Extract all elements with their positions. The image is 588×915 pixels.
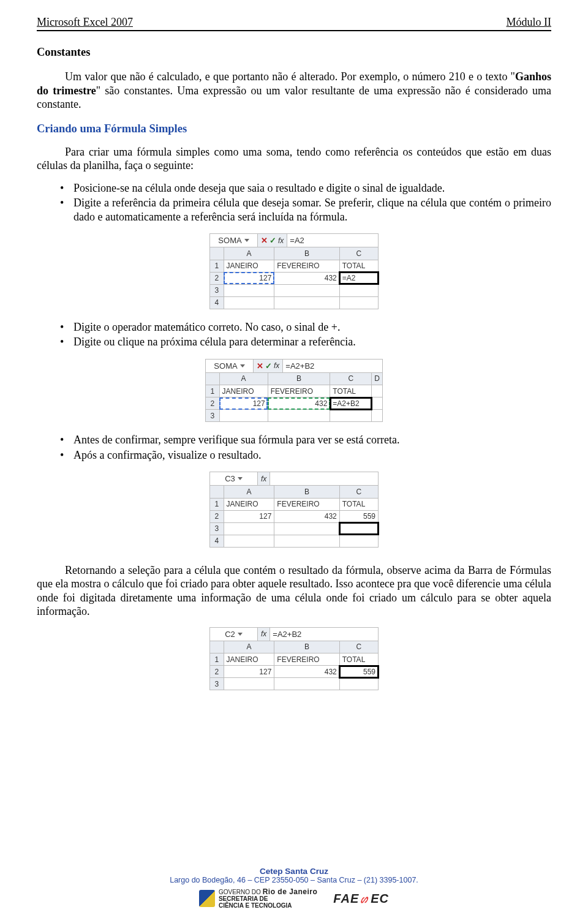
name-box: SOMA <box>206 360 254 372</box>
cell: JANEIRO <box>224 498 274 510</box>
formula-buttons: ✕ ✓ fx <box>258 234 287 247</box>
cell: 559 <box>339 666 378 678</box>
cell: JANEIRO <box>219 385 268 397</box>
dropdown-arrow-icon <box>238 633 243 636</box>
formula-content: =A2+B2 <box>283 360 382 372</box>
row-header: 3 <box>210 284 224 296</box>
cell: 432 <box>274 666 339 678</box>
list-item: Após a confirmação, visualize o resultad… <box>60 448 551 462</box>
corner-cell <box>210 247 224 260</box>
row-header: 2 <box>210 510 224 522</box>
fx-icon: fx <box>278 236 284 245</box>
cell: FEVEREIRO <box>268 385 330 397</box>
cell: TOTAL <box>339 653 378 666</box>
footer-address: Largo do Bodegão, 46 – CEP 23550-050 – S… <box>0 876 588 884</box>
corner-cell <box>210 486 224 498</box>
cancel-icon: ✕ <box>261 236 268 245</box>
cell <box>274 522 339 535</box>
dropdown-arrow-icon <box>238 477 243 480</box>
cell: 127 <box>219 397 268 410</box>
fx-icon: fx <box>274 361 279 370</box>
col-header: B <box>268 373 330 385</box>
crest-icon <box>199 890 215 907</box>
row-header: 1 <box>210 653 224 666</box>
cell: FEVEREIRO <box>274 653 339 666</box>
col-header: C <box>339 247 378 260</box>
cell <box>339 284 378 296</box>
dropdown-arrow-icon <box>240 364 245 367</box>
logo-rio-de-janeiro: GOVERNO DO Rio de Janeiro SECRETARIA DE … <box>199 888 317 909</box>
bullet-list-1: Posicione-se na célula onde deseja que s… <box>37 181 551 224</box>
row-header: 3 <box>210 522 224 535</box>
section2-paragraph-2: Retornando a seleção para a célula que c… <box>37 563 551 619</box>
cell <box>268 410 330 422</box>
row-header: 3 <box>206 410 219 422</box>
cell: 432 <box>274 272 339 284</box>
col-header: A <box>224 641 274 653</box>
section1-paragraph: Um valor que não é calculado, e que port… <box>37 70 551 111</box>
enter-icon: ✓ <box>265 361 272 371</box>
row-header: 1 <box>206 385 219 397</box>
fx-icon: fx <box>261 630 266 638</box>
logo-faetec: FAEᔕEC <box>333 891 389 906</box>
excel-figure-3: C3 fx A B C 1 JANEIRO FEVEREIRO <box>209 472 379 548</box>
cell: FEVEREIRO <box>274 260 339 272</box>
bullet-list-2: Digite o operador matemático correto. No… <box>37 320 551 349</box>
cell: 432 <box>268 397 330 410</box>
col-header: A <box>219 373 268 385</box>
row-header: 3 <box>210 678 224 690</box>
cell <box>274 284 339 296</box>
name-box: C3 <box>210 472 258 485</box>
page-footer: Cetep Santa Cruz Largo do Bodegão, 46 – … <box>0 867 588 909</box>
col-header: C <box>330 373 372 385</box>
row-header: 2 <box>210 666 224 678</box>
cell: TOTAL <box>330 385 372 397</box>
cell: 432 <box>274 510 339 522</box>
formula-content <box>270 472 378 485</box>
formula-buttons: fx <box>258 472 270 485</box>
cell <box>339 296 378 309</box>
col-header: B <box>274 247 339 260</box>
cell <box>224 522 274 535</box>
cell <box>274 678 339 690</box>
col-header: C <box>339 486 378 498</box>
corner-cell <box>210 641 224 653</box>
col-header: C <box>339 641 378 653</box>
cell <box>330 410 372 422</box>
section-title-constantes: Constantes <box>37 46 551 59</box>
formula-buttons: ✕ ✓ fx <box>254 360 283 372</box>
col-header: B <box>274 641 339 653</box>
cell: 127 <box>224 510 274 522</box>
cell <box>224 535 274 547</box>
row-header: 2 <box>210 272 224 284</box>
formula-bar: C3 fx <box>210 472 379 486</box>
fx-icon: fx <box>261 475 266 483</box>
row-header: 4 <box>210 296 224 309</box>
spreadsheet-grid: A B C 1 JANEIRO FEVEREIRO TOTAL 2 127 43… <box>210 641 379 691</box>
formula-bar: C2 fx =A2+B2 <box>210 628 379 641</box>
corner-cell <box>206 373 219 385</box>
cell <box>339 535 378 547</box>
cell: JANEIRO <box>224 260 274 272</box>
cell <box>372 397 383 410</box>
col-header: A <box>224 247 274 260</box>
list-item: Posicione-se na célula onde deseja que s… <box>60 181 551 195</box>
list-item: Digite ou clique na próxima célula para … <box>60 335 551 349</box>
cell <box>339 522 378 535</box>
cell <box>224 284 274 296</box>
formula-buttons: fx <box>258 628 270 641</box>
bullet-list-3: Antes de confirmar, sempre verifique sua… <box>37 433 551 462</box>
cell: =A2+B2 <box>330 397 372 410</box>
name-box: SOMA <box>210 234 258 247</box>
excel-figure-4: C2 fx =A2+B2 A B C 1 JANEIRO FEVEREIRO <box>209 627 379 691</box>
formula-bar: SOMA ✕ ✓ fx =A2 <box>210 234 379 247</box>
formula-bar: SOMA ✕ ✓ fx =A2+B2 <box>206 360 383 373</box>
cell: 127 <box>224 272 274 284</box>
cancel-icon: ✕ <box>257 361 263 371</box>
col-header: B <box>274 486 339 498</box>
list-item: Antes de confirmar, sempre verifique sua… <box>60 433 551 447</box>
cell <box>224 296 274 309</box>
enter-icon: ✓ <box>270 236 276 245</box>
excel-figure-1: SOMA ✕ ✓ fx =A2 A B C 1 JANEIRO <box>209 233 379 309</box>
spreadsheet-grid: A B C D 1 JANEIRO FEVEREIRO TOTAL 2 127 … <box>206 373 383 423</box>
